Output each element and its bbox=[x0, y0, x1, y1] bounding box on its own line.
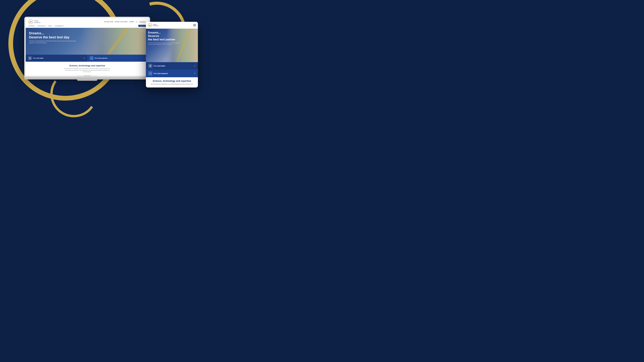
laptop-screen: psi Testing Excellence TEST PREP STORE B… bbox=[26, 18, 149, 76]
hero-title-line2: Deserve the best test day bbox=[29, 35, 70, 39]
mobile-cta-test-taker[interactable]: 🖥 I'm a test taker ↗ bbox=[146, 62, 198, 70]
nav-test-sponsors[interactable]: Test Sponsors + bbox=[38, 25, 46, 26]
mobile-science-title: Science, technology and expertise bbox=[148, 80, 195, 82]
mobile-nav: psi Testing Excellence bbox=[146, 22, 198, 29]
cta-test-sponsor-button[interactable]: 👥 I'm a test sponsor ↗ bbox=[88, 55, 149, 62]
mobile-hero: Dreams... Deserve the best test partner … bbox=[146, 29, 198, 62]
test-taker-arrow-icon: ↗ bbox=[83, 57, 85, 59]
nav-test-prep-store[interactable]: TEST PREP STORE bbox=[104, 21, 113, 22]
cta-test-taker-button[interactable]: 🖥 I'm a test taker ↗ bbox=[26, 55, 88, 62]
science-title: Science, technology and expertise bbox=[29, 64, 146, 67]
desktop-hero: Dreams... Deserve the best test day PSI … bbox=[26, 28, 149, 55]
psi-logo-tagline: Testing Excellence bbox=[34, 20, 40, 23]
nav-careers[interactable]: CAREERS bbox=[129, 21, 134, 22]
scrollbar-area[interactable] bbox=[26, 75, 149, 76]
nav-test-takers[interactable]: Test Takers + bbox=[28, 25, 35, 26]
nav-top-links: TEST PREP STORE BECOME A TEST CENTER CAR… bbox=[104, 21, 146, 23]
nav-knowledge-hub[interactable]: Knowledge Hub + bbox=[55, 25, 64, 26]
cta-test-taker-inner: 🖥 I'm a test taker bbox=[28, 56, 44, 60]
scrollbar-thumb bbox=[84, 76, 90, 76]
science-body: We care about your organization, your te… bbox=[64, 68, 111, 73]
contact-us-button[interactable]: Contact Us bbox=[138, 25, 146, 27]
mobile-science-body: We care about your organization, your te… bbox=[148, 83, 195, 85]
laptop-mockup: psi Testing Excellence TEST PREP STORE B… bbox=[24, 17, 150, 81]
mobile-title-line1: Dreams... bbox=[148, 31, 161, 34]
hero-title-line1: Dreams... bbox=[29, 31, 44, 35]
nav-bottom-row: Test Takers + Test Sponsors + About + Kn… bbox=[28, 25, 146, 28]
mobile-mockup: psi Testing Excellence Dreams... Deserve… bbox=[146, 22, 198, 87]
mobile-cta-sponsor-label: I'm a test sponsor bbox=[154, 72, 168, 74]
mobile-taker-arrow-icon: ↗ bbox=[194, 64, 196, 67]
psi-logo: psi Testing Excellence bbox=[28, 19, 40, 24]
mobile-hero-content: Dreams... Deserve the best test partner … bbox=[148, 31, 180, 45]
nav-become-test-center[interactable]: BECOME A TEST CENTER bbox=[115, 21, 128, 22]
region-selector[interactable]: Americas ▾ bbox=[139, 21, 146, 23]
cta-test-sponsor-label: I'm a test sponsor bbox=[95, 57, 108, 59]
mobile-cta-sponsor-inner: 👥 I'm a test sponsor bbox=[148, 71, 168, 75]
mobile-hamburger-button[interactable] bbox=[193, 24, 196, 26]
cta-test-taker-label: I'm a test taker bbox=[33, 57, 44, 59]
search-icon[interactable]: 🔍 bbox=[136, 21, 137, 23]
nav-top-row: psi Testing Excellence TEST PREP STORE B… bbox=[28, 19, 146, 24]
cta-test-sponsor-inner: 👥 I'm a test sponsor bbox=[90, 56, 108, 60]
mobile-test-sponsor-icon: 👥 bbox=[148, 71, 152, 75]
hero-content: Dreams... Deserve the best test day PSI … bbox=[29, 31, 76, 44]
mobile-cta-test-sponsor[interactable]: 👥 I'm a test sponsor ↗ bbox=[146, 70, 198, 77]
mobile-sponsor-arrow-icon: ↗ bbox=[194, 72, 196, 75]
desktop-nav: psi Testing Excellence TEST PREP STORE B… bbox=[26, 18, 149, 28]
mobile-title-line3: the best test partner bbox=[148, 38, 175, 41]
laptop-screen-wrapper: psi Testing Excellence TEST PREP STORE B… bbox=[24, 17, 150, 76]
mobile-hero-title: Dreams... Deserve the best test partner bbox=[148, 31, 180, 41]
mobile-logo: psi Testing Excellence bbox=[148, 23, 158, 27]
mobile-title-line2: Deserve bbox=[148, 34, 159, 37]
laptop-base bbox=[24, 76, 150, 79]
mobile-science-section: Science, technology and expertise We car… bbox=[146, 77, 198, 87]
nav-about[interactable]: About + bbox=[48, 25, 52, 26]
desktop-science-section: Science, technology and expertise We car… bbox=[26, 62, 149, 75]
laptop-foot bbox=[77, 79, 97, 81]
mobile-logo-text: Testing Excellence bbox=[153, 24, 158, 27]
mobile-cta-taker-inner: 🖥 I'm a test taker bbox=[148, 64, 165, 68]
hamburger-line-3 bbox=[193, 26, 196, 26]
cta-row: 🖥 I'm a test taker ↗ 👥 I'm a test sponso… bbox=[26, 55, 149, 62]
mobile-cta-taker-label: I'm a test taker bbox=[154, 65, 165, 67]
mobile-logo-circle: psi bbox=[148, 23, 152, 27]
scrollbar-track bbox=[77, 76, 97, 76]
test-taker-icon: 🖥 bbox=[28, 56, 32, 60]
hamburger-line-1 bbox=[193, 24, 196, 24]
mobile-hero-text: PSI powers world leading tests. Delivere… bbox=[148, 42, 180, 45]
hamburger-line-2 bbox=[193, 25, 196, 25]
hero-subtitle: PSI powers world leading tests. Delivere… bbox=[29, 40, 76, 44]
hero-title: Dreams... Deserve the best test day bbox=[29, 31, 76, 39]
psi-logo-circle: psi bbox=[28, 19, 33, 24]
mobile-test-taker-icon: 🖥 bbox=[148, 64, 152, 68]
test-sponsor-icon: 👥 bbox=[90, 56, 94, 60]
